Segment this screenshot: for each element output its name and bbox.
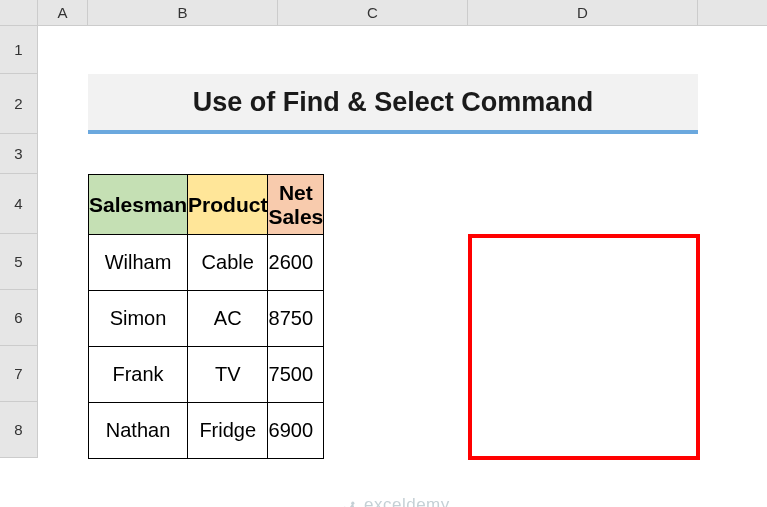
cell-product[interactable]: Fridge <box>188 403 268 459</box>
watermark-main: exceldemy <box>364 496 450 507</box>
row-header-1[interactable]: 1 <box>0 26 37 74</box>
cell-netsales[interactable]: 8750 <box>268 291 324 347</box>
col-header-a[interactable]: A <box>38 0 88 25</box>
svg-point-0 <box>351 502 354 505</box>
row-header-3[interactable]: 3 <box>0 134 37 174</box>
cell-salesman[interactable]: Nathan <box>89 403 188 459</box>
table-header-row: Salesman Product Net Sales <box>89 175 324 235</box>
page-title[interactable]: Use of Find & Select Command <box>88 74 698 134</box>
row-headers-col: 1 2 3 4 5 6 7 8 <box>0 26 38 458</box>
select-all-corner[interactable] <box>0 0 38 25</box>
data-table: Salesman Product Net Sales Wilham Cable … <box>88 174 324 459</box>
row-header-8[interactable]: 8 <box>0 402 37 458</box>
row-header-2[interactable]: 2 <box>0 74 37 134</box>
row-header-5[interactable]: 5 <box>0 234 37 290</box>
cell-salesman[interactable]: Wilham <box>89 235 188 291</box>
row-header-7[interactable]: 7 <box>0 346 37 402</box>
table-row: Frank TV 7500 <box>89 347 324 403</box>
row-header-6[interactable]: 6 <box>0 290 37 346</box>
table-row: Simon AC 8750 <box>89 291 324 347</box>
row-header-4[interactable]: 4 <box>0 174 37 234</box>
watermark-icon <box>338 500 358 507</box>
table-row: Wilham Cable 2600 <box>89 235 324 291</box>
table-row: Nathan Fridge 6900 <box>89 403 324 459</box>
watermark: exceldemy EXCEL · DATA · BI <box>338 496 450 507</box>
column-headers-row: A B C D <box>0 0 767 26</box>
col-header-d[interactable]: D <box>468 0 698 25</box>
cell-netsales[interactable]: 7500 <box>268 347 324 403</box>
cell-netsales[interactable]: 6900 <box>268 403 324 459</box>
cell-product[interactable]: Cable <box>188 235 268 291</box>
cell-product[interactable]: TV <box>188 347 268 403</box>
cell-netsales[interactable]: 2600 <box>268 235 324 291</box>
header-product[interactable]: Product <box>188 175 268 235</box>
header-salesman[interactable]: Salesman <box>89 175 188 235</box>
cell-product[interactable]: AC <box>188 291 268 347</box>
selection-highlight <box>468 234 700 460</box>
col-header-b[interactable]: B <box>88 0 278 25</box>
spreadsheet-grid: A B C D 1 2 3 4 5 6 7 8 Use of Find & Se… <box>0 0 767 507</box>
col-header-c[interactable]: C <box>278 0 468 25</box>
cell-salesman[interactable]: Simon <box>89 291 188 347</box>
header-netsales[interactable]: Net Sales <box>268 175 324 235</box>
cell-salesman[interactable]: Frank <box>89 347 188 403</box>
